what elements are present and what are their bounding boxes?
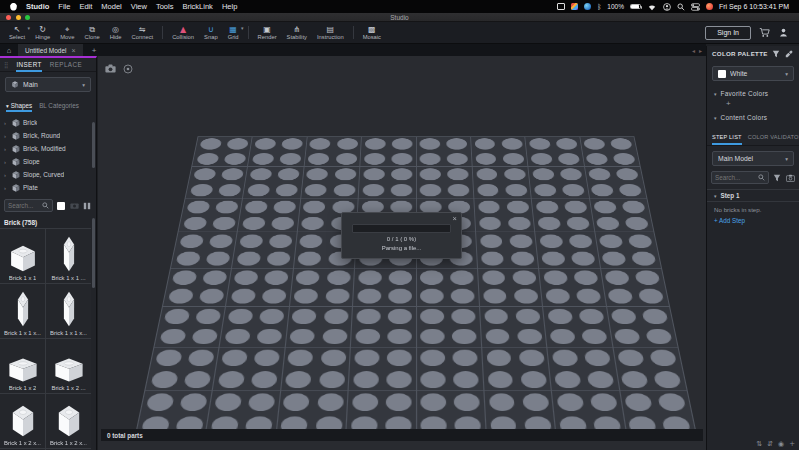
part-tile[interactable]: Brick 1 x 2 x... bbox=[46, 394, 91, 448]
toolbar-button-mosaic[interactable]: ▩Mosaic bbox=[358, 22, 386, 43]
step-search-box[interactable] bbox=[711, 171, 769, 184]
sort-ascending-icon[interactable]: ⇅ bbox=[756, 440, 762, 448]
category-slope-curved[interactable]: ›Slope, Curved bbox=[0, 168, 96, 181]
category-scrollbar[interactable] bbox=[92, 122, 95, 168]
tab-scroll-right-icon[interactable]: ▸ bbox=[699, 47, 702, 54]
eyedropper-icon[interactable] bbox=[784, 49, 794, 59]
camera-icon[interactable] bbox=[105, 63, 116, 74]
spotlight-search-icon[interactable] bbox=[677, 2, 685, 11]
color-filter-button[interactable] bbox=[56, 201, 66, 211]
toolbar-button-connect[interactable]: ⇋Connect bbox=[127, 22, 159, 43]
toolbar-button-move[interactable]: ⌖Move bbox=[55, 22, 79, 43]
step-1-row[interactable]: ▾ Step 1 bbox=[707, 189, 799, 202]
menu-model[interactable]: Model bbox=[101, 2, 121, 11]
parts-scrollbar[interactable] bbox=[92, 218, 95, 288]
tab-scroll-left-icon[interactable]: ◂ bbox=[692, 47, 695, 54]
bluetooth-icon[interactable]: ᛒ bbox=[597, 2, 601, 11]
color-selector-dropdown[interactable]: White ▾ bbox=[712, 66, 794, 81]
toolbar-button-clone[interactable]: ⧉Clone bbox=[79, 22, 104, 43]
tab-step-list[interactable]: STEP LIST bbox=[712, 134, 742, 145]
user-profile-icon[interactable] bbox=[777, 27, 789, 39]
home-icon[interactable]: ⌂ bbox=[0, 46, 18, 55]
part-tile[interactable]: Brick 1 x 2 ... bbox=[46, 339, 91, 393]
toolbar-button-instruction[interactable]: ▤Instruction bbox=[312, 22, 349, 43]
add-item-icon[interactable]: + bbox=[789, 440, 795, 448]
toolbar-button-stability[interactable]: ⋔Stability bbox=[282, 22, 312, 43]
menu-tools[interactable]: Tools bbox=[156, 2, 174, 11]
toolbar-button-hide[interactable]: ◎Hide bbox=[105, 22, 127, 43]
tab-insert[interactable]: INSERT bbox=[16, 58, 41, 72]
tab-color-validator[interactable]: COLOR VALIDATOR bbox=[748, 134, 799, 145]
menu-edit[interactable]: Edit bbox=[79, 2, 92, 11]
category-brick[interactable]: ›Brick bbox=[0, 116, 96, 129]
category-slope[interactable]: ›Slope bbox=[0, 155, 96, 168]
toolbar-button-snap[interactable]: ∪Snap bbox=[199, 22, 223, 43]
part-tile[interactable]: Brick 1 x 1 x... bbox=[46, 284, 91, 338]
step-camera-icon[interactable] bbox=[785, 173, 795, 183]
cart-icon[interactable] bbox=[758, 27, 770, 39]
step-filter-icon[interactable] bbox=[772, 173, 782, 183]
tab-untitled-model[interactable]: Untitled Model × bbox=[18, 44, 83, 56]
toolbar-separator bbox=[353, 26, 354, 39]
model-selector-dropdown[interactable]: Main ▾ bbox=[5, 77, 91, 92]
new-tab-button[interactable]: + bbox=[92, 46, 97, 55]
dialog-close-icon[interactable]: × bbox=[453, 214, 457, 223]
orbit-view-icon[interactable] bbox=[122, 63, 133, 74]
tab-close-icon[interactable]: × bbox=[72, 47, 76, 54]
toolbar-button-hinge[interactable]: ↻Hinge bbox=[30, 22, 55, 43]
step-model-selector[interactable]: Main Model ▾ bbox=[712, 151, 794, 166]
toolbar-button-label: Hinge bbox=[35, 34, 50, 41]
stud bbox=[215, 200, 239, 213]
content-colors-section[interactable]: ▾ Content Colors bbox=[707, 109, 799, 122]
part-tile[interactable]: Brick 1 x 2 bbox=[0, 339, 45, 393]
screen-mirroring-icon[interactable] bbox=[557, 2, 565, 11]
sort-descending-icon[interactable]: ⇅ bbox=[767, 440, 773, 448]
stud bbox=[483, 289, 507, 304]
battery-icon[interactable] bbox=[630, 2, 641, 11]
toolbar-button-label: Snap bbox=[204, 34, 218, 41]
tab-shapes[interactable]: ▾Shapes bbox=[6, 102, 32, 112]
category-brick-round[interactable]: ›Brick, Round bbox=[0, 129, 96, 142]
window-close-button[interactable] bbox=[6, 15, 11, 20]
menu-file[interactable]: File bbox=[58, 2, 70, 11]
part-tile[interactable]: Brick 1 x 1 ... bbox=[46, 229, 91, 283]
stud bbox=[591, 184, 615, 196]
control-center-icon[interactable] bbox=[691, 2, 700, 11]
siri-icon[interactable] bbox=[706, 2, 713, 11]
part-search-box[interactable] bbox=[4, 199, 53, 212]
step-search-input[interactable] bbox=[715, 174, 758, 181]
tab-replace[interactable]: REPLACE bbox=[50, 58, 82, 72]
part-search-input[interactable] bbox=[8, 202, 42, 209]
part-tile[interactable]: Brick 1 x 1 x... bbox=[0, 284, 45, 338]
part-tile[interactable]: Brick 1 x 2 x... bbox=[0, 394, 45, 448]
menu-studio[interactable]: Studio bbox=[26, 2, 49, 11]
favorite-colors-section[interactable]: ▾ Favorite Colors bbox=[707, 85, 799, 98]
tab-bl-categories[interactable]: BL Categories bbox=[39, 102, 79, 109]
toolbar-button-render[interactable]: ▣Render bbox=[253, 22, 282, 43]
input-source-icon[interactable] bbox=[571, 2, 578, 11]
sign-in-button[interactable]: Sign In bbox=[705, 26, 751, 40]
user-account-icon[interactable] bbox=[663, 2, 671, 11]
part-tile[interactable]: Brick 1 x 1 bbox=[0, 229, 45, 283]
3d-viewport[interactable]: × 0 / 1 ( 0 %) Parsing a file... 0 total… bbox=[98, 56, 706, 450]
category-brick-modified[interactable]: ›Brick, Modified bbox=[0, 142, 96, 155]
add-favorite-color-button[interactable]: + bbox=[707, 98, 799, 109]
toolbar-button-grid[interactable]: ▦▾Grid bbox=[223, 22, 244, 43]
toolbar-button-collision[interactable]: ▲Collision bbox=[167, 22, 199, 43]
visibility-icon[interactable]: ◉ bbox=[778, 440, 784, 448]
stud bbox=[183, 371, 211, 388]
category-plate[interactable]: ›Plate bbox=[0, 181, 96, 194]
color-filter-icon[interactable] bbox=[771, 49, 781, 59]
layout-columns-button[interactable] bbox=[82, 201, 92, 211]
part-image-toggle-button[interactable] bbox=[69, 201, 79, 211]
add-step-button[interactable]: + Add Step bbox=[707, 214, 799, 227]
window-minimize-button[interactable] bbox=[16, 15, 21, 20]
apple-menu-icon[interactable] bbox=[10, 3, 17, 11]
toolbar-button-select[interactable]: ↖▾Select bbox=[4, 22, 30, 43]
menu-bricklink[interactable]: BrickLink bbox=[182, 2, 212, 11]
menu-help[interactable]: Help bbox=[222, 2, 237, 11]
window-zoom-button[interactable] bbox=[25, 15, 30, 20]
globe-icon[interactable] bbox=[584, 2, 591, 11]
wifi-icon[interactable] bbox=[647, 2, 657, 11]
menu-view[interactable]: View bbox=[131, 2, 147, 11]
